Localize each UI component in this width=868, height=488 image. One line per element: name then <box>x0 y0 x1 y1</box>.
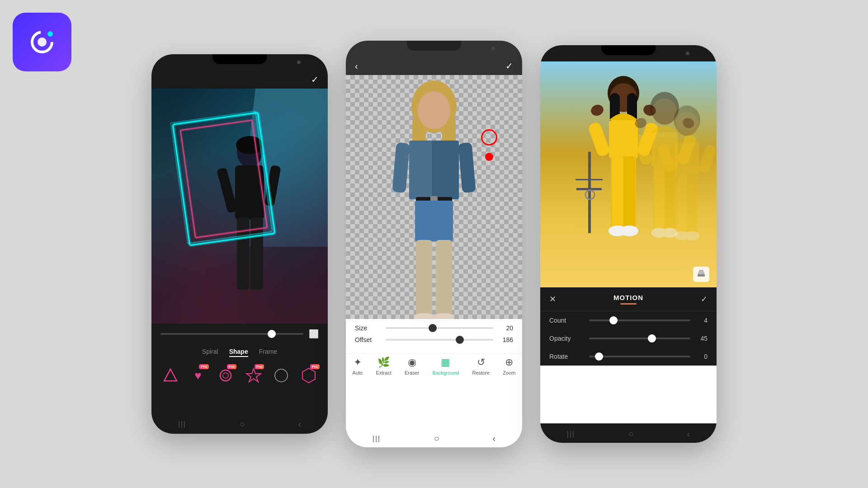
svg-marker-15 <box>164 369 177 381</box>
svg-rect-33 <box>436 240 452 319</box>
phone3-rotate-thumb[interactable] <box>595 352 603 361</box>
phone2-offset-label: Offset <box>355 336 382 343</box>
phone3-nav-menu[interactable]: ||| <box>567 430 575 438</box>
phone2-offset-slider[interactable] <box>386 339 493 341</box>
phone1-bottom-nav: ||| ○ ‹ <box>151 413 328 434</box>
svg-rect-13 <box>180 120 267 238</box>
phone2-offset-thumb[interactable] <box>456 336 464 344</box>
phone3-close-button[interactable]: ✕ <box>549 294 556 304</box>
phone2-nav-back[interactable]: ‹ <box>493 433 496 444</box>
phone1-header: ✓ <box>151 70 328 89</box>
app-icon[interactable] <box>13 13 71 71</box>
phone2-controls: Size 20 Offset 186 <box>346 319 522 353</box>
phone1-check-button[interactable]: ✓ <box>311 74 319 85</box>
phone3-rotate-value: 0 <box>694 353 708 360</box>
phone3-motion-header: ✕ MOTION ✓ <box>540 287 717 311</box>
phone-1: ✓ <box>151 54 328 434</box>
phone3-rotate-slider[interactable] <box>589 356 690 357</box>
phone2-status-dot <box>491 47 495 51</box>
phone3-erase-tool-icon[interactable] <box>693 267 709 282</box>
phone1-pro-badge-heart: Pro <box>199 364 208 369</box>
svg-rect-76 <box>656 144 676 174</box>
svg-point-2 <box>47 31 53 37</box>
phone2-eraser-icon: ◉ <box>408 357 416 368</box>
phone1-nav-menu[interactable]: ||| <box>178 420 186 428</box>
svg-rect-31 <box>415 201 453 241</box>
svg-point-69 <box>675 112 698 136</box>
phone3-nav-back[interactable]: ‹ <box>687 429 690 439</box>
svg-point-75 <box>684 231 700 240</box>
phone3-opacity-thumb[interactable] <box>648 334 656 343</box>
phone1-photo <box>151 89 328 324</box>
phone2-tool-zoom[interactable]: ⊕ Zoom <box>503 357 515 375</box>
phone1-screen: ⬜ Spiral Shape Frame ♥ Pro <box>151 89 328 413</box>
phone2-size-row: Size 20 <box>355 324 513 332</box>
phone1-shape-triangle[interactable] <box>159 363 182 388</box>
phone2-tool-auto[interactable]: ✦ Auto <box>353 357 363 375</box>
phone2-woman <box>371 80 497 319</box>
phone1-shape-ring[interactable] <box>269 363 292 388</box>
phone2-size-thumb[interactable] <box>429 324 437 332</box>
phone1-tab-frame[interactable]: Frame <box>259 348 277 357</box>
phone1-slider-thumb[interactable] <box>268 330 276 338</box>
phone2-size-slider[interactable] <box>386 327 493 329</box>
phone3-controls: ✕ MOTION ✓ Count 4 Opa <box>540 287 717 366</box>
phone2-tool-eraser[interactable]: ◉ Eraser <box>405 357 419 375</box>
phone1-pro-badge-circle: Pro <box>227 364 236 369</box>
phone2-photo <box>346 75 522 319</box>
phone1-shape-hex[interactable]: Pro <box>297 363 321 388</box>
phone2-back-button[interactable]: ‹ <box>355 61 358 71</box>
phone2-auto-icon: ✦ <box>354 357 362 368</box>
svg-point-19 <box>275 369 288 382</box>
phone3-notch <box>540 45 717 61</box>
phone1-eraser-icon[interactable]: ⬜ <box>309 329 319 339</box>
phone2-notch-cutout <box>407 41 461 51</box>
phone1-slider-track[interactable] <box>160 333 303 335</box>
phone2-tool-background[interactable]: ▦ Background <box>433 357 459 375</box>
phone1-shape-items: ♥ Pro Pro Pro <box>159 361 321 389</box>
phone3-count-value: 4 <box>694 317 708 324</box>
phone2-bottom-nav: ||| ○ ‹ <box>346 428 522 447</box>
phone3-photo <box>540 61 717 287</box>
phone-3: ✕ MOTION ✓ Count 4 Opa <box>540 45 717 443</box>
phone2-tool-extract[interactable]: 🌿 Extract <box>376 357 391 375</box>
phone1-slider-area: ⬜ <box>151 324 328 344</box>
phone-2: ‹ ✓ <box>346 41 522 447</box>
phone3-woman-ghost2 <box>645 93 717 287</box>
svg-rect-32 <box>416 240 432 319</box>
svg-marker-18 <box>246 369 261 382</box>
phone3-opacity-value: 45 <box>694 335 708 342</box>
phone3-opacity-slider[interactable] <box>589 338 690 339</box>
phone1-tab-shape[interactable]: Shape <box>229 348 248 357</box>
phone3-count-label: Count <box>549 317 585 324</box>
phone1-tab-spiral[interactable]: Spiral <box>202 348 218 357</box>
phone1-notch <box>151 54 328 70</box>
svg-rect-72 <box>677 173 686 234</box>
phone2-nav-home[interactable]: ○ <box>434 433 439 444</box>
phone2-header: ‹ ✓ <box>346 57 522 75</box>
phone3-apply-button[interactable]: ✓ <box>701 294 708 304</box>
phone3-screen: ✕ MOTION ✓ Count 4 Opa <box>540 61 717 423</box>
phone3-nav-home[interactable]: ○ <box>628 429 634 439</box>
phone2-nav-menu[interactable]: ||| <box>373 435 381 443</box>
phone2-auto-label: Auto <box>353 370 363 375</box>
phone2-extract-label: Extract <box>376 370 391 375</box>
phone2-zoom-label: Zoom <box>503 370 515 375</box>
phone2-red-dot-fill <box>485 153 493 161</box>
phone1-nav-home[interactable]: ○ <box>240 419 245 429</box>
phone1-nav-back[interactable]: ‹ <box>298 419 302 429</box>
svg-point-16 <box>220 370 231 381</box>
phone1-shape-circle[interactable]: Pro <box>214 363 237 388</box>
phone1-shape-heart[interactable]: ♥ Pro <box>186 363 209 388</box>
phone2-check-button[interactable]: ✓ <box>505 61 513 71</box>
phone3-motion-title: MOTION <box>613 294 643 301</box>
phone2-tool-restore[interactable]: ↺ Restore <box>472 357 490 375</box>
svg-point-54 <box>590 103 605 117</box>
phone1-shape-star[interactable]: Pro <box>242 363 265 388</box>
phone3-opacity-label: Opacity <box>549 335 585 342</box>
phone2-screen: Size 20 Offset 186 ✦ <box>346 75 522 428</box>
phone2-background-label: Background <box>433 370 459 375</box>
phone3-count-thumb[interactable] <box>609 316 618 324</box>
phone3-count-slider[interactable] <box>589 319 690 321</box>
phone2-offset-row: Offset 186 <box>355 336 513 343</box>
